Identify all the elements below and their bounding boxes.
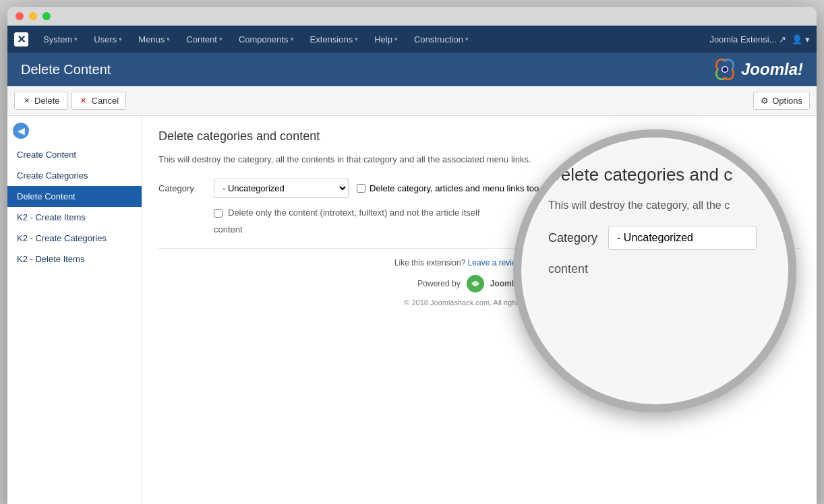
- header-bar: Delete Content Joomla!: [7, 53, 817, 86]
- external-link-icon: ↗: [779, 34, 786, 44]
- brand-logo[interactable]: ✕: [14, 32, 28, 46]
- sidebar-item-k2-create-items[interactable]: K2 - Create Items: [7, 207, 142, 228]
- magnifier-category-row: Category: [548, 226, 768, 250]
- chevron-down-icon: ▾: [394, 36, 398, 42]
- navbar: ✕ System ▾ Users ▾ Menus ▾ Content ▾ Com…: [7, 26, 817, 53]
- chevron-down-icon: ▾: [167, 36, 170, 42]
- main-layout: ◀ Create Content Create Categories Delet…: [7, 116, 817, 504]
- minimize-button[interactable]: [29, 12, 37, 20]
- sidebar-toggle-button[interactable]: ◀: [13, 123, 29, 139]
- magnifier-description: This will destroy the category, all the …: [548, 197, 768, 214]
- options-button[interactable]: ⚙ Options: [753, 92, 810, 110]
- chevron-down-icon: ▾: [119, 36, 122, 42]
- nav-components[interactable]: Components ▾: [232, 30, 301, 49]
- chevron-down-icon: ▾: [219, 36, 223, 42]
- chevron-down-icon: ▾: [74, 36, 78, 42]
- nav-extensions[interactable]: Extensions ▾: [303, 30, 365, 49]
- joomla-logo: Joomla!: [713, 57, 803, 82]
- chevron-down-icon: ▾: [355, 36, 358, 42]
- sidebar-item-delete-content[interactable]: Delete Content: [7, 186, 142, 207]
- delete-button[interactable]: ✕ Delete: [14, 92, 67, 110]
- joomla-text: Joomla!: [741, 60, 803, 79]
- magnifier-overlay: Delete categories and c This will destro…: [513, 129, 796, 412]
- delete-icon: ✕: [22, 96, 31, 106]
- sidebar: ◀ Create Content Create Categories Delet…: [7, 116, 142, 504]
- sidebar-item-create-content[interactable]: Create Content: [7, 144, 142, 165]
- delete-content-checkbox[interactable]: [214, 209, 223, 218]
- cancel-button[interactable]: ✕ Cancel: [71, 92, 126, 110]
- gear-icon: ⚙: [761, 96, 769, 106]
- joomla-x-icon: ✕: [14, 32, 28, 46]
- joomlashack-logo-icon: [466, 274, 485, 293]
- chevron-down-icon: ▾: [291, 36, 294, 42]
- jed-link[interactable]: Joomla Extensi... ↗: [709, 34, 786, 44]
- magnifier-title: Delete categories and c: [548, 164, 768, 185]
- title-bar: [7, 7, 817, 26]
- page-title: Delete Content: [21, 62, 111, 77]
- nav-content[interactable]: Content ▾: [179, 30, 229, 49]
- close-button[interactable]: [16, 12, 24, 20]
- magnifier-content-text: content: [548, 262, 768, 276]
- chevron-down-icon: ▾: [465, 36, 469, 42]
- sidebar-item-k2-delete-items[interactable]: K2 - Delete Items: [7, 249, 142, 270]
- cancel-icon: ✕: [79, 96, 88, 106]
- magnifier-content: Delete categories and c This will destro…: [521, 137, 788, 404]
- sidebar-item-k2-create-categories[interactable]: K2 - Create Categories: [7, 228, 142, 249]
- magnifier-category-input[interactable]: [608, 226, 757, 250]
- category-select[interactable]: - Uncategorized: [214, 179, 349, 198]
- toolbar-right: ⚙ Options: [753, 92, 810, 110]
- checkbox1-label[interactable]: Delete category, articles and menu links…: [370, 183, 539, 193]
- sidebar-item-create-categories[interactable]: Create Categories: [7, 165, 142, 186]
- joomla-logo-icon: [713, 57, 737, 82]
- category-label: Category: [158, 183, 206, 193]
- maximize-button[interactable]: [42, 12, 51, 20]
- navbar-right: Joomla Extensi... ↗ 👤 ▾: [709, 34, 810, 44]
- checkbox1-row: Delete category, articles and menu links…: [357, 183, 539, 193]
- magnifier-category-label: Category: [548, 231, 597, 245]
- checkbox2-label[interactable]: Delete only the content (introtext, full…: [228, 208, 480, 218]
- nav-system[interactable]: System ▾: [36, 30, 84, 49]
- svg-point-1: [722, 67, 727, 72]
- delete-category-checkbox[interactable]: [357, 184, 365, 193]
- toolbar: ✕ Delete ✕ Cancel ⚙ Options: [7, 86, 817, 116]
- browser-window: ✕ System ▾ Users ▾ Menus ▾ Content ▾ Com…: [7, 7, 817, 504]
- nav-construction[interactable]: Construction ▾: [407, 30, 475, 49]
- nav-help[interactable]: Help ▾: [367, 30, 405, 49]
- nav-users[interactable]: Users ▾: [87, 30, 129, 49]
- nav-menus[interactable]: Menus ▾: [131, 30, 177, 49]
- user-icon[interactable]: 👤 ▾: [792, 34, 810, 44]
